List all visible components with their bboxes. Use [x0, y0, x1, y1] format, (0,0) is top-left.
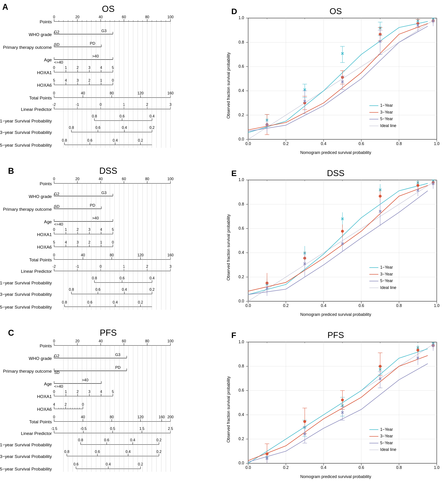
svg-text:<=40: <=40 — [54, 222, 63, 227]
svg-text:Total Points: Total Points — [29, 419, 52, 424]
svg-text:0.6: 0.6 — [239, 64, 244, 69]
panel-f: PFS F Nomogram prediced survival probabi… — [224, 324, 448, 486]
svg-text:80: 80 — [145, 339, 149, 343]
svg-text:5: 5 — [53, 240, 55, 244]
svg-text:Linear Predictor: Linear Predictor — [21, 431, 52, 436]
svg-text:0.4: 0.4 — [130, 438, 135, 442]
svg-text:0.4: 0.4 — [321, 141, 327, 146]
panel-d: OS D Nomogram prediced survival probabil… — [224, 0, 448, 162]
svg-text:1−year Survival Probability: 1−year Survival Probability — [0, 119, 52, 123]
svg-text:Points: Points — [40, 19, 52, 24]
svg-text:×: × — [266, 456, 269, 461]
svg-text:D: D — [232, 7, 237, 16]
svg-text:WHO grade: WHO grade — [29, 32, 52, 37]
title-os: OS — [102, 4, 114, 14]
svg-text:-0.5: -0.5 — [80, 427, 87, 430]
svg-text:0.2: 0.2 — [239, 437, 244, 441]
svg-text:0.4: 0.4 — [106, 462, 111, 466]
svg-text:0.6: 0.6 — [239, 388, 244, 392]
svg-text:0: 0 — [53, 15, 55, 19]
svg-text:2: 2 — [64, 402, 67, 406]
svg-text:4: 4 — [100, 65, 102, 70]
svg-text:0: 0 — [53, 415, 55, 419]
svg-text:×: × — [303, 431, 306, 437]
svg-text:×: × — [341, 216, 344, 222]
svg-text:0.0: 0.0 — [239, 461, 244, 465]
calibration-dss: DSS E Nomogram prediced survival probabi… — [226, 164, 446, 322]
svg-text:0.4: 0.4 — [122, 287, 127, 292]
svg-text:HOXA6: HOXA6 — [37, 83, 52, 88]
svg-text:0.6: 0.6 — [87, 138, 92, 142]
svg-text:0: 0 — [53, 227, 55, 232]
svg-text:0.0: 0.0 — [239, 299, 244, 303]
calibration-os: OS D Nomogram prediced survival probabil… — [226, 2, 446, 160]
svg-text:1.0: 1.0 — [239, 178, 244, 182]
svg-text:3: 3 — [88, 227, 90, 232]
svg-text:0.2: 0.2 — [156, 450, 161, 454]
svg-text:-2: -2 — [52, 102, 56, 106]
svg-text:-2: -2 — [52, 264, 56, 268]
svg-text:0.8: 0.8 — [78, 438, 83, 442]
main-container: A OS Points WHO grade Primary therapy ou… — [0, 0, 448, 486]
svg-text:Nomogram prediced survival pro: Nomogram prediced survival probability — [300, 150, 371, 155]
svg-text:×: × — [379, 39, 382, 44]
svg-text:×: × — [341, 241, 344, 247]
svg-point-713 — [304, 420, 306, 423]
svg-text:G2: G2 — [54, 354, 59, 358]
svg-text:SD: SD — [54, 204, 59, 209]
nomogram-dss: B DSS Points WHO grade Primary therapy o… — [2, 164, 221, 322]
svg-text:3−year Survival Probability: 3−year Survival Probability — [0, 130, 52, 135]
svg-text:×: × — [432, 181, 435, 186]
svg-text:1: 1 — [65, 65, 67, 70]
svg-text:5: 5 — [112, 227, 114, 232]
svg-text:0.6: 0.6 — [358, 303, 364, 308]
panel-b: B DSS Points WHO grade Primary therapy o… — [0, 162, 224, 324]
svg-text:0.8: 0.8 — [92, 114, 97, 118]
svg-text:3−year Survival Probability: 3−year Survival Probability — [0, 454, 52, 459]
svg-text:HOXA1: HOXA1 — [37, 70, 52, 75]
svg-text:2: 2 — [77, 65, 79, 70]
svg-text:0: 0 — [82, 402, 84, 406]
svg-text:Observed fraction survival pro: Observed fraction survival probability — [226, 52, 231, 119]
svg-text:0: 0 — [53, 65, 55, 70]
svg-text:3: 3 — [77, 240, 79, 244]
panel-c: C PFS Points WHO grade Primary therapy o… — [0, 324, 224, 486]
svg-text:1: 1 — [100, 78, 102, 82]
panel-a: A OS Points WHO grade Primary therapy ou… — [0, 0, 224, 162]
svg-text:Age: Age — [44, 219, 52, 224]
svg-text:0.2: 0.2 — [283, 141, 289, 146]
svg-text:0.8: 0.8 — [239, 202, 244, 206]
svg-point-476 — [416, 184, 419, 187]
svg-text:1−Year: 1−Year — [380, 103, 393, 108]
svg-text:Linear Predictor: Linear Predictor — [21, 269, 52, 274]
svg-text:1−Year: 1−Year — [380, 265, 393, 270]
svg-text:-1.5: -1.5 — [51, 427, 57, 430]
svg-text:0.4: 0.4 — [122, 125, 127, 130]
svg-text:1.0: 1.0 — [239, 340, 244, 344]
svg-text:5: 5 — [53, 78, 55, 82]
svg-text:3: 3 — [88, 65, 90, 70]
svg-text:40: 40 — [99, 177, 103, 181]
svg-text:3: 3 — [77, 78, 79, 82]
svg-text:×: × — [416, 355, 419, 361]
svg-point-472 — [341, 230, 344, 233]
svg-text:WHO grade: WHO grade — [29, 356, 52, 361]
svg-text:PD: PD — [115, 365, 121, 370]
svg-text:×: × — [303, 98, 306, 104]
svg-text:2: 2 — [77, 389, 79, 394]
svg-text:Age: Age — [44, 57, 52, 62]
svg-text:Total Points: Total Points — [29, 96, 52, 100]
svg-text:80: 80 — [110, 253, 114, 257]
svg-text:0.4: 0.4 — [113, 300, 118, 304]
svg-text:20: 20 — [75, 177, 79, 181]
svg-text:PD: PD — [90, 41, 95, 46]
svg-text:0.2: 0.2 — [138, 462, 143, 466]
svg-text:0.8: 0.8 — [62, 138, 67, 142]
svg-text:5−Year: 5−Year — [380, 278, 393, 283]
svg-text:PFS: PFS — [327, 330, 344, 340]
svg-text:×: × — [379, 209, 382, 214]
svg-text:1.5: 1.5 — [139, 427, 144, 430]
svg-text:0.8: 0.8 — [239, 364, 244, 368]
svg-text:0.4: 0.4 — [239, 412, 244, 417]
svg-text:PD: PD — [90, 203, 95, 208]
